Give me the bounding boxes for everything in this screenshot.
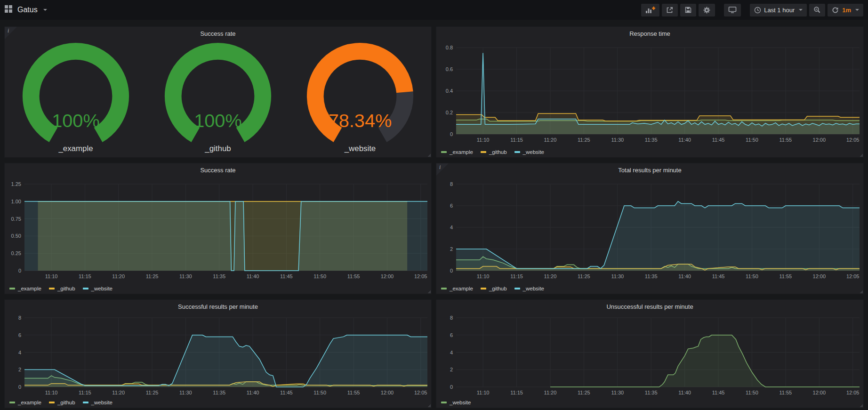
info-icon-letter[interactable]: i [439, 164, 441, 171]
legend-item-_example[interactable]: _example [441, 149, 473, 155]
legend-label: _website [450, 400, 471, 405]
y-axis-label: 4 [18, 350, 21, 355]
settings-button[interactable] [699, 4, 715, 16]
gauge-value: 100% [194, 110, 241, 131]
save-button[interactable] [680, 4, 696, 16]
legend-item-_website[interactable]: _website [514, 286, 544, 291]
y-axis-label: 0.75 [11, 216, 21, 222]
x-axis-label: 11:25 [578, 273, 590, 279]
refresh-button[interactable]: 1m [828, 4, 863, 16]
y-axis-label: 1.25 [11, 181, 21, 187]
y-axis-label: 0.25 [11, 250, 21, 256]
panel-total-results: i Total results per minute 0246811:1011:… [436, 163, 864, 294]
gauge-value: 78.34% [329, 110, 392, 131]
gauge-label: _github [204, 144, 231, 153]
y-axis-label: 8 [450, 181, 453, 187]
x-axis-label: 11:35 [645, 273, 658, 279]
legend-item-_website[interactable]: _website [514, 149, 544, 155]
legend-label: _example [18, 286, 41, 291]
x-axis-label: 11:20 [112, 273, 125, 279]
gauge-label: _website [344, 144, 376, 153]
legend-label: _website [523, 149, 544, 155]
x-axis-label: 11:10 [45, 273, 58, 279]
x-axis-label: 11:15 [510, 273, 523, 279]
chart-canvas[interactable]: 0246811:1011:1511:2011:2511:3011:3511:40… [436, 177, 863, 294]
chart-canvas[interactable]: 0246811:1011:1511:2011:2511:3011:3511:40… [436, 313, 863, 408]
legend-item-_github[interactable]: _github [49, 286, 75, 291]
x-axis-label: 11:40 [678, 273, 691, 279]
tv-mode-button[interactable] [724, 4, 741, 16]
zoom-out-button[interactable] [809, 4, 825, 16]
x-axis-label: 12:05 [846, 273, 860, 279]
y-axis-label: 8 [450, 315, 453, 321]
add-panel-button[interactable] [641, 4, 659, 16]
y-axis-label: 4 [450, 225, 453, 230]
legend-item-_website[interactable]: _website [83, 400, 113, 405]
x-axis-label: 11:20 [544, 390, 557, 395]
x-axis-label: 11:55 [347, 273, 360, 279]
legend-swatch [441, 402, 447, 403]
x-axis-label: 12:00 [813, 137, 826, 143]
x-axis-label: 11:15 [510, 137, 523, 143]
x-axis-label: 11:40 [678, 137, 691, 143]
chart-legend: _example_github_website [9, 286, 120, 291]
panel-title[interactable]: Unsuccessful results per minute [436, 300, 863, 313]
chart-canvas[interactable]: 00.250.500.751.001.2511:1011:1511:2011:2… [5, 177, 431, 294]
x-axis-label: 11:35 [645, 137, 658, 143]
panel-title[interactable]: Success rate [5, 27, 431, 40]
dashboard-title[interactable]: Gatus [17, 6, 38, 14]
legend-item-_github[interactable]: _github [481, 149, 507, 155]
x-axis-label: 11:45 [280, 273, 293, 279]
legend-label: _example [18, 400, 41, 405]
x-axis-label: 11:10 [477, 137, 490, 143]
panel-success-rate-gauges: i Success rate 100%_example100%_github78… [4, 26, 432, 158]
y-axis-label: 0 [450, 131, 453, 137]
legend-swatch [9, 288, 15, 289]
legend-label: _github [57, 400, 75, 405]
legend-item-_example[interactable]: _example [9, 400, 41, 405]
legend-label: _github [489, 149, 507, 155]
x-axis-label: 11:50 [313, 273, 326, 279]
legend-item-_website[interactable]: _website [83, 286, 113, 291]
gauge-label: _example [58, 144, 93, 153]
legend-item-_example[interactable]: _example [9, 286, 41, 291]
caret-down-icon[interactable] [43, 9, 47, 11]
apps-icon[interactable] [5, 5, 12, 15]
y-axis-label: 0.8 [446, 45, 453, 50]
x-axis-label: 11:15 [510, 390, 523, 395]
legend-swatch [9, 402, 15, 403]
chart-legend: _website [441, 400, 478, 405]
y-axis-label: 0 [18, 384, 21, 390]
legend-item-_example[interactable]: _example [441, 286, 473, 291]
caret-down-icon [855, 9, 859, 11]
time-range-button[interactable]: Last 1 hour [750, 4, 807, 16]
legend-item-_website[interactable]: _website [441, 400, 471, 405]
panel-title[interactable]: Successful results per minute [5, 300, 431, 313]
y-axis-label: 0.50 [11, 233, 21, 239]
y-axis-label: 6 [450, 203, 453, 209]
x-axis-label: 12:00 [813, 390, 826, 395]
chart-body: 00.20.40.60.811:1011:1511:2011:2511:3011… [436, 40, 863, 157]
x-axis-label: 12:05 [414, 273, 427, 279]
legend-swatch [49, 402, 55, 403]
legend-swatch [441, 288, 447, 289]
x-axis-label: 11:40 [247, 273, 259, 279]
x-axis-label: 11:25 [146, 390, 159, 395]
top-navbar: Gatus [0, 0, 868, 20]
legend-item-_github[interactable]: _github [49, 400, 75, 405]
chart-canvas[interactable]: 0246811:1011:1511:2011:2511:3011:3511:40… [5, 313, 431, 408]
legend-item-_github[interactable]: _github [481, 286, 507, 291]
panel-title[interactable]: Success rate [5, 163, 431, 177]
chart-canvas[interactable]: 00.20.40.60.811:1011:1511:2011:2511:3011… [436, 40, 863, 157]
share-button[interactable] [662, 4, 678, 16]
gauge-_github: 100%_github [147, 40, 289, 157]
info-icon-letter[interactable]: i [8, 27, 9, 34]
panel-title[interactable]: Total results per minute [436, 163, 863, 177]
y-axis-label: 6 [450, 332, 453, 338]
x-axis-label: 11:35 [213, 390, 225, 395]
info-icon[interactable] [436, 163, 449, 176]
panel-title[interactable]: Response time [436, 27, 863, 40]
x-axis-label: 11:10 [477, 273, 490, 279]
panel-unsuccessful-results: Unsuccessful results per minute 0246811:… [436, 299, 864, 408]
info-icon[interactable] [5, 27, 17, 39]
